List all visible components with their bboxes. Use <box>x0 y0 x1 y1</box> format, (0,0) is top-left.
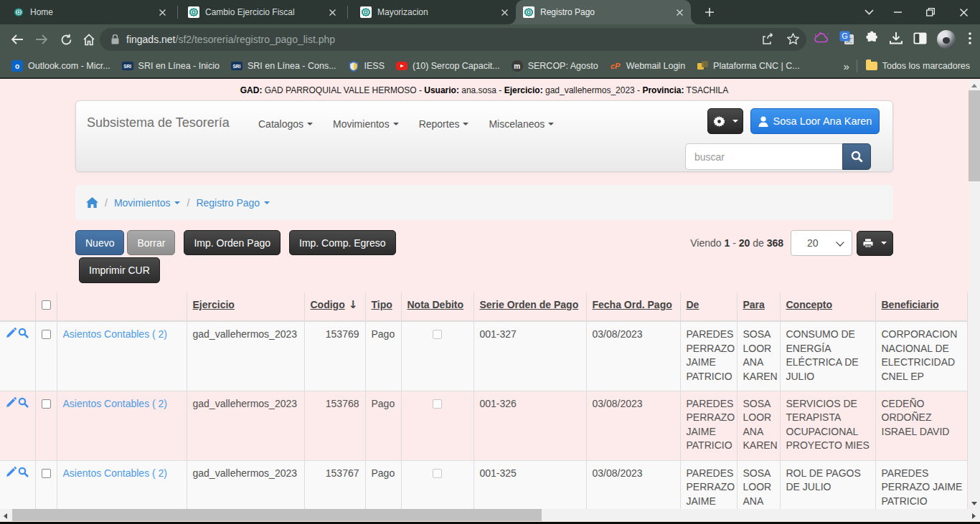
nav-menu-movimientos[interactable]: Movimientos <box>323 118 409 130</box>
browser-tab[interactable]: Registro Pago <box>516 0 691 24</box>
cnc-icon <box>697 60 708 72</box>
breadcrumb-item-movimientos[interactable]: Movimientos <box>114 197 181 209</box>
scroll-up-arrow[interactable] <box>971 84 977 87</box>
tab-title: Cambio Ejercicio Fiscal <box>205 7 326 17</box>
column-header[interactable]: De <box>680 292 737 321</box>
bookmark-star-button[interactable] <box>787 33 799 47</box>
bookmarks-overflow-button[interactable]: » <box>836 60 856 72</box>
extension-translate-button[interactable]: 文G <box>839 31 854 48</box>
imp-comp-egreso-button[interactable]: Imp. Comp. Egreso <box>289 230 396 255</box>
restore-button[interactable] <box>914 0 947 24</box>
reload-button[interactable] <box>55 28 77 51</box>
borrar-button[interactable]: Borrar <box>127 230 175 255</box>
tab-close-icon[interactable] <box>156 6 168 18</box>
search-button[interactable] <box>842 143 871 170</box>
column-header[interactable]: Fecha Ord. Pago <box>586 292 680 321</box>
codigo-cell: 153768 <box>304 391 365 460</box>
header-actions-column <box>0 292 35 321</box>
nota-debito-cell <box>401 321 473 391</box>
nav-menu-catalogos[interactable]: Catalogos <box>248 118 323 130</box>
tab-close-icon[interactable] <box>674 6 685 18</box>
home-button[interactable] <box>77 28 100 51</box>
concepto-cell: ROL DE PAGOS DE JULIO <box>780 460 875 509</box>
address-bar[interactable]: fingads.net/sf2/tesoreria/registro_pago_… <box>100 28 806 51</box>
bookmark-item[interactable]: Plataforma CNC | C... <box>697 60 800 72</box>
imp-orden-pago-button[interactable]: Imp. Orden Pago <box>184 230 281 255</box>
extensions-puzzle-button[interactable] <box>864 31 879 48</box>
column-header[interactable]: Beneficiario <box>875 292 967 321</box>
column-header[interactable]: Ejercicio <box>187 292 304 321</box>
side-panel-button[interactable] <box>913 32 927 47</box>
scroll-down-arrow[interactable] <box>971 502 977 505</box>
bookmark-item[interactable]: cPWebmail Login <box>610 60 685 72</box>
extension-cloud-button[interactable] <box>814 32 829 47</box>
view-icon[interactable] <box>18 467 29 477</box>
browser-tab[interactable]: Home <box>6 0 174 24</box>
imprimir-cur-button[interactable]: Imprimir CUR <box>79 257 160 283</box>
nav-menu-miscelaneos[interactable]: Miscelaneos <box>479 118 564 130</box>
bookmark-item[interactable]: IESS <box>348 60 385 72</box>
column-header[interactable]: Tipo <box>365 292 401 321</box>
column-header[interactable]: Nota Debito <box>401 292 473 321</box>
column-header[interactable]: Concepto <box>780 292 875 321</box>
nuevo-button[interactable]: Nuevo <box>75 230 124 255</box>
row-checkbox[interactable] <box>42 399 51 409</box>
profile-avatar[interactable] <box>937 30 956 49</box>
share-button[interactable] <box>761 33 774 47</box>
asientos-contables-link[interactable]: Asientos Contables ( 2) <box>63 328 168 340</box>
row-checkbox[interactable] <box>42 330 51 339</box>
all-bookmarks-button[interactable]: Todos los marcadores <box>866 60 970 72</box>
back-button[interactable] <box>6 28 29 51</box>
lock-icon[interactable] <box>111 34 119 44</box>
bookmark-item[interactable]: oOutlook.com - Micr... <box>11 60 110 72</box>
browser-tab[interactable]: Cambio Ejercicio Fiscal <box>181 0 344 24</box>
asientos-contables-link[interactable]: Asientos Contables ( 2) <box>63 467 168 479</box>
edit-icon[interactable] <box>6 397 17 408</box>
view-icon[interactable] <box>18 397 29 408</box>
tab-title: Mayorizacion <box>377 7 499 17</box>
column-header[interactable]: Para <box>737 292 780 321</box>
edit-icon[interactable] <box>6 467 17 477</box>
downloads-button[interactable] <box>889 32 903 48</box>
select-all-checkbox[interactable] <box>42 300 51 310</box>
vertical-scroll-thumb[interactable] <box>969 90 980 181</box>
close-window-button[interactable] <box>947 0 980 24</box>
caret-down-icon <box>732 120 738 123</box>
window-controls <box>881 0 980 24</box>
scroll-left-arrow[interactable] <box>4 513 7 519</box>
user-menu-button[interactable]: Sosa Loor Ana Karen <box>750 108 880 134</box>
serie-cell: 001-327 <box>473 321 586 391</box>
search-input[interactable]: buscar <box>685 143 842 170</box>
restore-icon <box>926 8 935 16</box>
edit-icon[interactable] <box>6 328 17 338</box>
view-icon[interactable] <box>18 328 29 338</box>
minimize-button[interactable] <box>881 0 914 24</box>
youtube-icon <box>396 60 407 72</box>
breadcrumb-item-registro-pago[interactable]: Registro Pago <box>196 197 270 209</box>
bookmark-item[interactable]: (10) Sercop Capacit... <box>396 60 500 72</box>
tab-search-button[interactable] <box>856 0 882 24</box>
page-size-select[interactable]: 20 <box>791 230 852 256</box>
bookmark-item[interactable]: SRISRI en Línea - Inicio <box>122 60 220 72</box>
horizontal-scroll-thumb[interactable] <box>12 509 542 521</box>
tab-close-icon[interactable] <box>326 6 338 18</box>
print-button[interactable] <box>857 231 893 256</box>
row-checkbox[interactable] <box>42 469 51 478</box>
column-header[interactable]: Codigo ↓ <box>304 292 365 321</box>
scroll-right-arrow[interactable] <box>972 513 976 519</box>
vertical-scrollbar[interactable] <box>969 80 980 509</box>
tab-close-icon[interactable] <box>499 6 510 18</box>
bookmark-item[interactable]: mSERCOP: Agosto <box>512 60 598 72</box>
browser-tab[interactable]: Mayorizacion <box>353 0 516 24</box>
new-tab-button[interactable] <box>699 2 720 22</box>
side-panel-icon <box>913 32 927 44</box>
nav-menu-reportes[interactable]: Reportes <box>409 118 479 130</box>
column-header[interactable]: Serie Orden de Pago <box>473 292 586 321</box>
forward-button[interactable] <box>30 28 53 51</box>
horizontal-scrollbar[interactable] <box>0 509 980 521</box>
browser-menu-button[interactable] <box>966 32 974 47</box>
bookmark-item[interactable]: SRISRI en Línea - Cons... <box>231 60 336 72</box>
settings-button[interactable] <box>707 108 743 134</box>
breadcrumb-home-link[interactable] <box>86 197 98 208</box>
asientos-contables-link[interactable]: Asientos Contables ( 2) <box>63 398 168 409</box>
